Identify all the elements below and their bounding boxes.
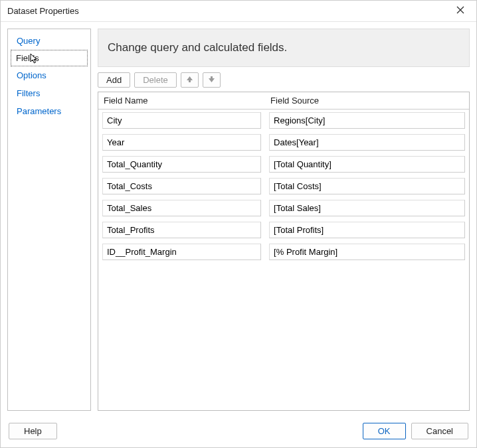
sidebar-item-label: Options — [17, 70, 47, 80]
field-source-input[interactable] — [269, 200, 465, 216]
field-name-input[interactable] — [102, 178, 261, 194]
sidebar-item-label: Parameters — [17, 106, 61, 116]
heading-area: Change query and calculated fields. — [98, 29, 470, 67]
sidebar-item-options[interactable]: Options — [11, 66, 88, 84]
field-source-input[interactable] — [269, 156, 465, 173]
sidebar-item-label: Filters — [17, 88, 40, 98]
sidebar-item-parameters[interactable]: Parameters — [11, 102, 88, 120]
field-source-input[interactable] — [269, 112, 465, 129]
fields-grid: Field Name Field Source — [98, 92, 470, 411]
cancel-button[interactable]: Cancel — [411, 423, 468, 439]
field-source-input[interactable] — [269, 178, 465, 194]
dialog-dataset-properties: Dataset Properties Query Fields Options … — [0, 0, 477, 448]
field-name-input[interactable] — [102, 200, 261, 216]
column-header-source[interactable]: Field Source — [265, 92, 469, 110]
table-row — [98, 110, 469, 132]
field-name-input[interactable] — [102, 134, 261, 151]
sidebar-item-label: Fields — [16, 53, 39, 63]
table-row — [98, 131, 469, 153]
table-header-row: Field Name Field Source — [98, 92, 469, 110]
table-row — [98, 219, 469, 241]
ok-button[interactable]: OK — [363, 423, 406, 439]
sidebar-item-fields[interactable]: Fields — [11, 50, 88, 66]
field-source-input[interactable] — [269, 134, 465, 151]
dialog-title: Dataset Properties — [7, 6, 450, 16]
field-source-input[interactable] — [269, 222, 465, 238]
sidebar-item-filters[interactable]: Filters — [11, 84, 88, 102]
field-name-input[interactable] — [102, 244, 261, 260]
field-name-input[interactable] — [102, 156, 261, 173]
move-up-button[interactable] — [181, 72, 199, 88]
move-down-button[interactable] — [203, 72, 221, 88]
table-row — [98, 241, 469, 263]
dialog-footer: Help OK Cancel — [1, 417, 476, 447]
sidebar: Query Fields Options Filters Parameters — [7, 29, 91, 411]
column-header-name[interactable]: Field Name — [98, 92, 265, 110]
field-name-input[interactable] — [102, 222, 261, 238]
sidebar-item-query[interactable]: Query — [11, 32, 88, 50]
sidebar-item-label: Query — [17, 36, 40, 46]
field-source-input[interactable] — [269, 244, 465, 260]
table-row — [98, 153, 469, 175]
page-title: Change query and calculated fields. — [108, 41, 460, 54]
field-name-input[interactable] — [102, 112, 261, 129]
help-button[interactable]: Help — [9, 423, 57, 439]
table-row — [98, 175, 469, 197]
close-icon — [456, 6, 464, 16]
arrow-down-icon — [208, 75, 215, 85]
main-panel: Change query and calculated fields. Add … — [98, 29, 470, 411]
arrow-up-icon — [186, 75, 193, 85]
delete-button[interactable]: Delete — [134, 72, 177, 88]
titlebar: Dataset Properties — [1, 1, 476, 22]
toolbar: Add Delete — [98, 67, 470, 92]
add-button[interactable]: Add — [98, 72, 130, 88]
table-row — [98, 197, 469, 219]
close-button[interactable] — [450, 2, 471, 21]
